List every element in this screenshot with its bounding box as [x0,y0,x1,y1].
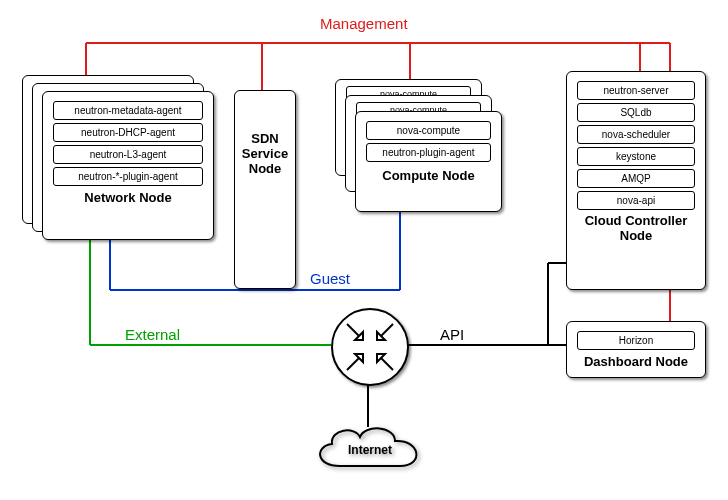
router-icon [331,308,409,386]
internet-cloud: Internet [310,421,430,479]
internet-label: Internet [310,443,430,457]
compute-node-title: Compute Node [356,168,501,183]
cloudctrl-item: SQLdb [577,103,695,122]
dashboard-node: Horizon Dashboard Node [566,321,706,378]
sdn-title-l2: Service [235,146,295,161]
cloudctrl-item: nova-scheduler [577,125,695,144]
network-node: neutron-metadata-agent neutron-DHCP-agen… [42,91,214,240]
dashboard-title: Dashboard Node [567,354,705,369]
cloud-controller-node: neutron-server SQLdb nova-scheduler keys… [566,71,706,290]
sdn-service-node: SDN Service Node [234,90,296,289]
network-node-item: neutron-metadata-agent [53,101,203,120]
network-node-title: Network Node [43,190,213,205]
label-guest: Guest [310,270,350,287]
cloudctrl-item: AMQP [577,169,695,188]
cloud-controller-title: Cloud Controller Node [567,214,705,244]
label-api: API [440,326,464,343]
label-management: Management [320,15,408,32]
sdn-title-l3: Node [235,161,295,176]
network-node-item: neutron-L3-agent [53,145,203,164]
network-node-item: neutron-*-plugin-agent [53,167,203,186]
label-external: External [125,326,180,343]
sdn-title-l1: SDN [235,131,295,146]
compute-node-item: nova-compute [366,121,491,140]
cloudctrl-item: keystone [577,147,695,166]
cloud-controller-title-text: Cloud Controller Node [585,213,688,243]
network-node-item: neutron-DHCP-agent [53,123,203,142]
dashboard-item: Horizon [577,331,695,350]
compute-node-item: neutron-plugin-agent [366,143,491,162]
diagram-stage: Management Guest External API neutron-me… [0,0,728,500]
cloudctrl-item: nova-api [577,191,695,210]
compute-node: nova-compute neutron-plugin-agent Comput… [355,111,502,212]
cloudctrl-item: neutron-server [577,81,695,100]
